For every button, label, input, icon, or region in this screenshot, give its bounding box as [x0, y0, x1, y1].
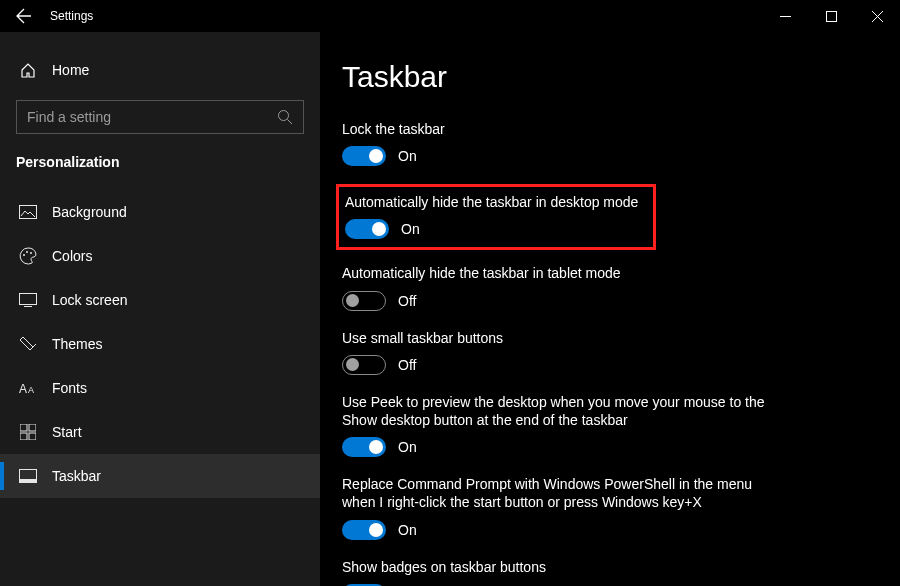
- sidebar-item-fonts[interactable]: AA Fonts: [0, 366, 320, 410]
- setting-label: Automatically hide the taskbar in deskto…: [345, 193, 643, 211]
- setting-badges: Show badges on taskbar buttons: [342, 558, 878, 587]
- svg-rect-0: [826, 11, 836, 21]
- svg-point-5: [30, 252, 32, 254]
- nav-list: Background Colors Lock screen Themes AA …: [0, 190, 320, 498]
- nav-label: Taskbar: [52, 468, 101, 484]
- toggle-state: On: [398, 439, 417, 455]
- setting-label: Use Peek to preview the desktop when you…: [342, 393, 782, 429]
- titlebar: Settings: [0, 0, 900, 32]
- setting-label: Replace Command Prompt with Windows Powe…: [342, 475, 782, 511]
- nav-label: Themes: [52, 336, 103, 352]
- svg-rect-6: [20, 294, 37, 305]
- sidebar-item-taskbar[interactable]: Taskbar: [0, 454, 320, 498]
- toggle-powershell[interactable]: [342, 520, 386, 540]
- toggle-state: On: [398, 148, 417, 164]
- nav-label: Lock screen: [52, 292, 127, 308]
- setting-autohide-desktop: Automatically hide the taskbar in deskto…: [336, 184, 656, 250]
- home-button[interactable]: Home: [0, 50, 320, 90]
- setting-label: Lock the taskbar: [342, 120, 782, 138]
- sidebar: Home Personalization Background Colors: [0, 32, 320, 586]
- minimize-button[interactable]: [762, 0, 808, 32]
- svg-point-3: [23, 254, 25, 256]
- page-title: Taskbar: [342, 60, 878, 94]
- toggle-state: Off: [398, 357, 416, 373]
- background-icon: [16, 205, 40, 219]
- themes-icon: [16, 335, 40, 353]
- toggle-lock-taskbar[interactable]: [342, 146, 386, 166]
- window-title: Settings: [40, 9, 93, 23]
- nav-label: Background: [52, 204, 127, 220]
- setting-peek: Use Peek to preview the desktop when you…: [342, 393, 878, 457]
- search-box[interactable]: [16, 100, 304, 134]
- home-icon: [16, 62, 40, 78]
- svg-rect-15: [20, 479, 37, 483]
- svg-rect-7: [24, 306, 32, 307]
- toggle-state: On: [401, 221, 420, 237]
- svg-point-4: [26, 251, 28, 253]
- home-label: Home: [52, 62, 89, 78]
- setting-small-buttons: Use small taskbar buttons Off: [342, 329, 878, 375]
- setting-powershell: Replace Command Prompt with Windows Powe…: [342, 475, 878, 539]
- toggle-state: On: [398, 522, 417, 538]
- minimize-icon: [780, 11, 791, 22]
- svg-text:A: A: [28, 385, 34, 395]
- fonts-icon: AA: [16, 381, 40, 395]
- toggle-state: Off: [398, 293, 416, 309]
- sidebar-item-background[interactable]: Background: [0, 190, 320, 234]
- svg-rect-10: [20, 424, 27, 431]
- svg-point-1: [279, 111, 289, 121]
- setting-autohide-tablet: Automatically hide the taskbar in tablet…: [342, 264, 878, 310]
- lockscreen-icon: [16, 293, 40, 307]
- back-button[interactable]: [8, 0, 40, 32]
- svg-rect-12: [20, 433, 27, 440]
- nav-label: Start: [52, 424, 82, 440]
- sidebar-item-themes[interactable]: Themes: [0, 322, 320, 366]
- svg-rect-11: [29, 424, 36, 431]
- setting-label: Show badges on taskbar buttons: [342, 558, 782, 576]
- arrow-left-icon: [16, 8, 32, 24]
- toggle-small-buttons[interactable]: [342, 355, 386, 375]
- toggle-autohide-tablet[interactable]: [342, 291, 386, 311]
- nav-label: Colors: [52, 248, 92, 264]
- colors-icon: [16, 247, 40, 265]
- maximize-button[interactable]: [808, 0, 854, 32]
- close-icon: [872, 11, 883, 22]
- sidebar-item-start[interactable]: Start: [0, 410, 320, 454]
- category-header: Personalization: [0, 140, 320, 190]
- toggle-peek[interactable]: [342, 437, 386, 457]
- setting-label: Automatically hide the taskbar in tablet…: [342, 264, 782, 282]
- nav-label: Fonts: [52, 380, 87, 396]
- close-button[interactable]: [854, 0, 900, 32]
- sidebar-item-colors[interactable]: Colors: [0, 234, 320, 278]
- sidebar-item-lockscreen[interactable]: Lock screen: [0, 278, 320, 322]
- toggle-autohide-desktop[interactable]: [345, 219, 389, 239]
- setting-label: Use small taskbar buttons: [342, 329, 782, 347]
- maximize-icon: [826, 11, 837, 22]
- start-icon: [16, 424, 40, 440]
- taskbar-icon: [16, 469, 40, 483]
- setting-lock-taskbar: Lock the taskbar On: [342, 120, 878, 166]
- search-input[interactable]: [27, 109, 277, 125]
- main-panel: Taskbar Lock the taskbar On Automaticall…: [320, 32, 900, 586]
- svg-rect-13: [29, 433, 36, 440]
- search-icon: [277, 109, 293, 125]
- svg-text:A: A: [19, 382, 27, 395]
